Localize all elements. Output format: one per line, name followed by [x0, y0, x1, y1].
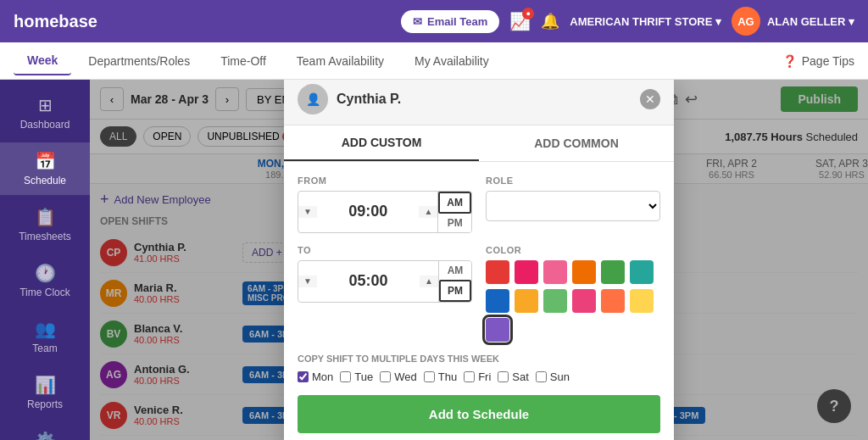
color-dot-light-green[interactable]: [543, 289, 567, 313]
checkbox-thu[interactable]: [424, 371, 435, 382]
user-area[interactable]: AG ALAN GELLER ▾: [732, 7, 854, 36]
sidebar-item-dashboard[interactable]: ⊞ Dashboard: [0, 86, 90, 139]
checkbox-tue[interactable]: [340, 371, 351, 382]
to-am-button[interactable]: AM: [439, 261, 471, 280]
color-dot-teal[interactable]: [630, 260, 654, 284]
day-check-thu[interactable]: Thu: [424, 370, 457, 383]
tab-team-availability[interactable]: Team Availability: [283, 47, 398, 75]
role-select[interactable]: [486, 191, 660, 221]
role-label: ROLE: [486, 175, 660, 186]
settings-icon: ⚙️: [35, 431, 56, 440]
color-dot-red[interactable]: [486, 260, 509, 284]
color-dot-yellow[interactable]: [630, 289, 654, 313]
copy-section: COPY SHIFT TO MULTIPLE DAYS THIS WEEK Mo…: [298, 354, 660, 383]
tab-add-common[interactable]: ADD COMMON: [479, 125, 674, 161]
color-dot-deep-orange[interactable]: [601, 289, 625, 313]
tab-time-off[interactable]: Time-Off: [207, 47, 280, 75]
modal-header: 👤 Cynthia P. ✕: [284, 80, 674, 125]
to-decrement-button[interactable]: ▼: [298, 276, 317, 287]
sidebar-label-timeclock: Time Clock: [19, 287, 70, 298]
page-tips-button[interactable]: ❓ Page Tips: [782, 54, 854, 68]
from-pm-button[interactable]: PM: [438, 214, 471, 232]
day-check-tue[interactable]: Tue: [340, 370, 373, 383]
time-form-row: FROM ▼ 09:00 ▲ AM: [298, 175, 660, 233]
color-grid: [486, 260, 660, 342]
sidebar-item-reports[interactable]: 📊 Reports: [0, 366, 90, 419]
app-logo: homebase: [14, 12, 97, 31]
user-name: ALAN GELLER ▾: [767, 15, 854, 28]
to-form-row: TO ▼ 05:00 ▲ AM: [298, 245, 660, 342]
tab-my-availability[interactable]: My Availability: [401, 47, 503, 75]
color-label: COLOR: [486, 245, 660, 255]
modal-close-button[interactable]: ✕: [640, 89, 660, 109]
avatar: AG: [732, 7, 760, 36]
modal-overlay: 👤 Cynthia P. ✕ ADD CUSTOM ADD COMMON FRO…: [90, 80, 868, 440]
days-row: Mon Tue Wed Thu Fri Sat Sun: [298, 370, 660, 383]
from-am-button[interactable]: AM: [438, 192, 471, 214]
sidebar-label-dashboard: Dashboard: [20, 119, 70, 131]
store-name[interactable]: AMERICAN THRIFT STORE ▾: [570, 15, 721, 28]
color-group: COLOR: [486, 245, 660, 342]
sidebar-item-timesheets[interactable]: 📋 Timesheets: [0, 198, 90, 251]
color-dot-orange[interactable]: [572, 260, 596, 284]
email-team-button[interactable]: ✉ Email Team: [401, 10, 499, 33]
color-dot-purple[interactable]: [486, 318, 509, 342]
checkbox-wed[interactable]: [380, 371, 391, 382]
sidebar-label-timesheets: Timesheets: [19, 231, 71, 242]
checkbox-mon[interactable]: [298, 371, 309, 382]
top-nav: homebase ✉ Email Team 📈● 🔔 AMERICAN THRI…: [0, 0, 868, 42]
from-stepper-up: ▲: [419, 206, 437, 218]
day-check-fri[interactable]: Fri: [464, 370, 491, 383]
color-dot-amber[interactable]: [515, 289, 538, 313]
tab-week[interactable]: Week: [14, 47, 71, 75]
timesheets-icon: 📋: [35, 207, 56, 227]
schedule-icon: 📅: [35, 151, 56, 171]
tab-departments-roles[interactable]: Departments/Roles: [75, 47, 203, 75]
day-check-sun[interactable]: Sun: [536, 370, 570, 383]
from-time-value: 09:00: [317, 198, 420, 226]
to-stepper-up: ▲: [420, 276, 438, 287]
color-dot-blue[interactable]: [486, 289, 509, 313]
from-group: FROM ▼ 09:00 ▲ AM: [298, 175, 472, 233]
color-dot-light-pink[interactable]: [543, 260, 567, 284]
notification-bell-icon[interactable]: 🔔: [541, 12, 559, 31]
from-label: FROM: [298, 175, 472, 186]
reports-icon: 📊: [35, 375, 56, 395]
copy-label: COPY SHIFT TO MULTIPLE DAYS THIS WEEK: [298, 354, 660, 364]
to-time-input: ▼ 05:00 ▲ AM PM: [298, 260, 472, 303]
day-check-wed[interactable]: Wed: [380, 370, 417, 383]
activity-icon[interactable]: 📈●: [509, 11, 531, 31]
modal-avatar: 👤: [298, 84, 328, 114]
sidebar-item-team[interactable]: 👥 Team: [0, 310, 90, 363]
day-check-mon[interactable]: Mon: [298, 370, 333, 383]
color-dot-rose[interactable]: [572, 289, 596, 313]
checkbox-fri[interactable]: [464, 371, 475, 382]
to-increment-button[interactable]: ▲: [420, 276, 438, 287]
checkbox-sat[interactable]: [498, 371, 509, 382]
timeclock-icon: 🕐: [35, 263, 56, 283]
sub-nav: Week Departments/Roles Time-Off Team Ava…: [0, 42, 868, 80]
from-increment-button[interactable]: ▲: [419, 206, 437, 218]
tab-add-custom[interactable]: ADD CUSTOM: [284, 125, 479, 161]
color-dot-pink[interactable]: [515, 260, 538, 284]
sidebar-item-schedule[interactable]: 📅 Schedule: [0, 142, 90, 195]
day-check-sat[interactable]: Sat: [498, 370, 529, 383]
email-icon: ✉: [413, 15, 422, 28]
to-pm-button[interactable]: PM: [439, 280, 471, 302]
from-decrement-button[interactable]: ▼: [298, 206, 317, 218]
team-icon: 👥: [35, 319, 56, 339]
sidebar-label-schedule: Schedule: [24, 175, 66, 187]
question-icon: ❓: [782, 54, 797, 68]
checkbox-sun[interactable]: [536, 371, 547, 382]
to-stepper: ▼: [298, 276, 317, 287]
to-label: TO: [298, 245, 472, 255]
modal-title: Cynthia P.: [337, 92, 401, 107]
add-to-schedule-button[interactable]: Add to Schedule: [298, 395, 660, 433]
color-dot-green[interactable]: [601, 260, 625, 284]
sidebar-item-settings[interactable]: ⚙️ Settings: [0, 422, 90, 440]
to-group: TO ▼ 05:00 ▲ AM: [298, 245, 472, 342]
from-time-input: ▼ 09:00 ▲ AM PM: [298, 191, 472, 233]
to-ampm: AM PM: [438, 261, 471, 302]
role-group: ROLE: [486, 175, 660, 233]
sidebar-item-timeclock[interactable]: 🕐 Time Clock: [0, 254, 90, 307]
